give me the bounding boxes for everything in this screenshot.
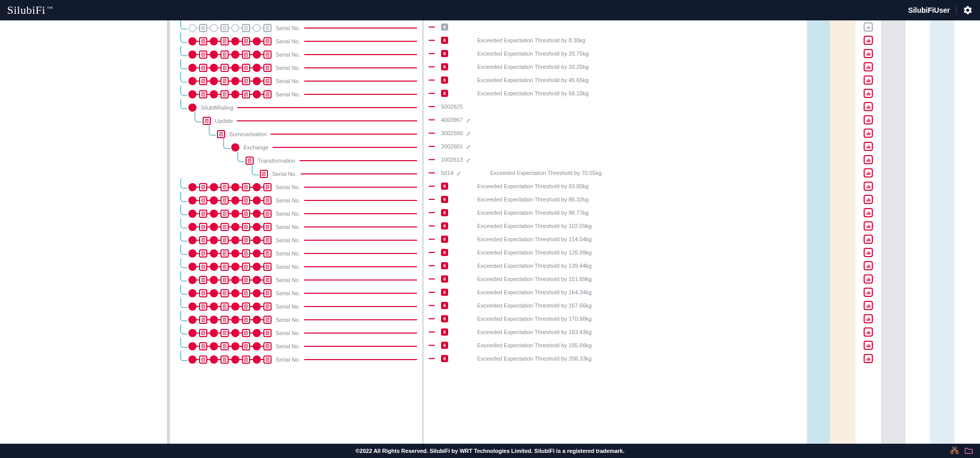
doc-icon[interactable] [220, 77, 229, 85]
doc-icon[interactable] [242, 210, 250, 218]
doc-icon[interactable] [199, 249, 207, 258]
doc-icon[interactable] [263, 223, 272, 231]
doc-icon[interactable] [260, 170, 268, 178]
chart-button[interactable] [864, 115, 873, 124]
doc-icon[interactable] [220, 210, 229, 218]
user-label[interactable]: SilubiFiUser [908, 6, 950, 14]
tree-row[interactable]: Serial No. [170, 48, 422, 61]
doc-icon[interactable] [199, 210, 207, 218]
doc-icon[interactable] [242, 276, 250, 284]
doc-icon[interactable] [242, 329, 250, 337]
doc-icon[interactable] [199, 329, 207, 337]
doc-icon[interactable] [199, 37, 207, 45]
external-link-icon[interactable] [466, 144, 471, 149]
doc-icon[interactable] [242, 77, 250, 85]
tree-row[interactable]: Serial No. [170, 74, 422, 88]
doc-icon[interactable] [263, 24, 272, 32]
tree-row[interactable]: SilubifiRating [170, 101, 422, 114]
tree-row[interactable]: Serial No. [170, 273, 422, 287]
doc-icon[interactable] [242, 236, 250, 244]
doc-icon[interactable] [242, 316, 250, 324]
doc-icon[interactable] [246, 157, 254, 165]
tree-row[interactable]: Serial No. [170, 61, 422, 74]
doc-icon[interactable] [199, 276, 207, 284]
tree-row[interactable]: Serial No. [170, 340, 422, 353]
folder-icon[interactable] [965, 447, 973, 455]
doc-icon[interactable] [199, 263, 207, 271]
chart-button[interactable] [864, 89, 873, 98]
doc-icon[interactable] [220, 289, 229, 297]
tree-row[interactable]: Serial No. [170, 260, 422, 273]
doc-icon[interactable] [199, 64, 207, 72]
chart-button[interactable] [864, 221, 873, 231]
external-link-icon[interactable] [466, 118, 471, 122]
doc-icon[interactable] [242, 263, 250, 271]
doc-icon[interactable] [199, 355, 207, 364]
doc-icon[interactable] [263, 236, 272, 244]
tree-row[interactable]: Serial No. [170, 167, 422, 181]
tree-row[interactable]: Serial No. [170, 313, 422, 326]
tree-row[interactable]: Serial No. [170, 234, 422, 247]
doc-icon[interactable] [242, 50, 250, 59]
tree-row[interactable]: Serial No. [170, 181, 422, 194]
doc-icon[interactable] [220, 183, 229, 191]
doc-icon[interactable] [199, 183, 207, 191]
chart-button[interactable] [864, 49, 873, 58]
tree-row[interactable]: Serial No. [170, 326, 422, 340]
doc-icon[interactable] [220, 329, 229, 337]
chart-button[interactable] [864, 354, 873, 363]
doc-icon[interactable] [220, 236, 229, 244]
tree-row[interactable]: Serial No. [170, 300, 422, 313]
chart-button[interactable] [864, 75, 873, 85]
chart-button[interactable] [864, 314, 873, 323]
doc-icon[interactable] [220, 64, 229, 72]
doc-icon[interactable] [263, 249, 272, 258]
doc-icon[interactable] [220, 37, 229, 45]
chart-button[interactable] [864, 274, 873, 284]
external-link-icon[interactable] [466, 158, 471, 162]
external-link-icon[interactable] [456, 171, 461, 175]
doc-icon[interactable] [242, 302, 250, 311]
doc-icon[interactable] [263, 183, 272, 191]
external-link-icon[interactable] [466, 131, 471, 136]
chart-button[interactable] [864, 288, 873, 297]
doc-icon[interactable] [220, 316, 229, 324]
doc-icon[interactable] [263, 77, 272, 85]
tree-row[interactable]: Serial No. [170, 220, 422, 234]
doc-icon[interactable] [242, 183, 250, 191]
doc-icon[interactable] [263, 64, 272, 72]
doc-icon[interactable] [242, 90, 250, 98]
chart-button[interactable] [864, 36, 873, 45]
doc-icon[interactable] [263, 342, 272, 350]
doc-icon[interactable] [242, 24, 250, 32]
doc-icon[interactable] [242, 37, 250, 45]
chart-button[interactable] [864, 261, 873, 270]
doc-icon[interactable] [199, 223, 207, 231]
doc-icon[interactable] [199, 77, 207, 85]
tree-row[interactable]: Serial No. [170, 88, 422, 101]
doc-icon[interactable] [220, 302, 229, 311]
doc-icon[interactable] [220, 223, 229, 231]
gear-icon[interactable] [963, 5, 973, 15]
doc-icon[interactable] [199, 236, 207, 244]
doc-icon[interactable] [242, 355, 250, 364]
doc-icon[interactable] [242, 289, 250, 297]
doc-icon[interactable] [199, 90, 207, 98]
doc-icon[interactable] [199, 302, 207, 311]
doc-icon[interactable] [220, 90, 229, 98]
doc-icon[interactable] [242, 249, 250, 258]
tree-row[interactable]: Serial No. [170, 287, 422, 300]
doc-icon[interactable] [220, 342, 229, 350]
chart-button[interactable] [864, 155, 873, 164]
tree-row[interactable]: Exchange [170, 141, 422, 154]
chart-button[interactable] [864, 235, 873, 244]
tree-row[interactable]: Serial No. [170, 353, 422, 366]
chart-button[interactable] [864, 327, 873, 337]
doc-icon[interactable] [220, 50, 229, 59]
tree-row[interactable]: Serial No. [170, 247, 422, 260]
doc-icon[interactable] [220, 355, 229, 364]
doc-icon[interactable] [199, 289, 207, 297]
tree-row[interactable]: Serial No. [170, 35, 422, 48]
doc-icon[interactable] [263, 90, 272, 98]
doc-icon[interactable] [199, 24, 207, 32]
